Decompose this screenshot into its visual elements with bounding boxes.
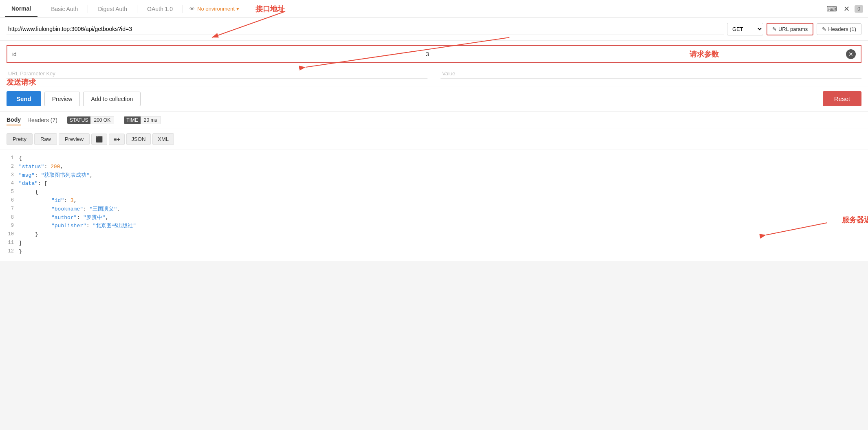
indent-button[interactable]: ≡+	[109, 134, 124, 145]
response-tabs: Body Headers (7) STATUS 200 OK TIME 20 m…	[0, 112, 868, 129]
tab-basic-auth[interactable]: Basic Auth	[44, 2, 84, 16]
tab-oauth[interactable]: OAuth 1.0	[141, 2, 179, 16]
code-line-8: 8 "author": "罗贯中",	[7, 214, 861, 222]
param-value: 3	[289, 51, 566, 57]
divider	[183, 5, 183, 13]
params-row: id 3 请求参数 ✕	[7, 45, 861, 63]
annotation-send-request: 发送请求	[7, 77, 36, 87]
code-line-4: 4 "data": [	[7, 180, 861, 188]
eye-icon: 👁	[189, 6, 195, 12]
divider	[137, 5, 137, 13]
counter-badge: 0	[855, 5, 863, 13]
settings-button[interactable]: ✕	[842, 3, 851, 15]
divider	[88, 5, 88, 13]
edit-icon-2: ✎	[822, 26, 826, 32]
top-bar: Normal Basic Auth Digest Auth OAuth 1.0 …	[0, 0, 868, 18]
params-area: id 3 请求参数 ✕ URL Parameter Key Value	[0, 41, 868, 86]
tab-body[interactable]: Body	[7, 115, 21, 125]
code-area: 1 { 2 "status": 200, 3 "msg": "获取图书列表成功"…	[0, 149, 868, 261]
preview-fmt-button[interactable]: Preview	[59, 133, 90, 145]
method-select[interactable]: GET POST PUT DELETE	[727, 23, 763, 35]
env-label: No environment	[197, 6, 235, 12]
divider	[41, 5, 41, 13]
close-param-button[interactable]: ✕	[846, 49, 856, 59]
param-key: id	[12, 51, 289, 57]
tab-normal[interactable]: Normal	[5, 1, 37, 17]
time-label: TIME	[124, 116, 141, 124]
send-button[interactable]: Send	[7, 91, 41, 106]
param-value-placeholder[interactable]: Value	[441, 69, 861, 79]
time-value: 20 ms	[141, 116, 161, 124]
params-empty-row: URL Parameter Key Value	[7, 66, 861, 81]
url-bar-area: GET POST PUT DELETE ✎ URL params ✎ Heade…	[0, 18, 868, 41]
copy-button[interactable]: ⬛	[91, 134, 107, 145]
url-input[interactable]	[7, 23, 724, 35]
tab-headers[interactable]: Headers (7)	[27, 115, 57, 125]
code-line-1: 1 {	[7, 154, 861, 163]
status-value: 200 OK	[90, 116, 114, 124]
top-bar-right: ⌨ ✕ 0	[825, 3, 863, 15]
param-key-placeholder[interactable]: URL Parameter Key	[7, 69, 427, 79]
code-line-3: 3 "msg": "获取图书列表成功",	[7, 171, 861, 180]
status-label: STATUS	[67, 116, 91, 124]
reset-button[interactable]: Reset	[823, 91, 861, 106]
url-params-button[interactable]: ✎ URL params	[767, 23, 813, 35]
code-line-5: 5 {	[7, 188, 861, 197]
add-to-collection-button[interactable]: Add to collection	[83, 92, 141, 106]
annotation-interface-address: 接口地址	[256, 4, 285, 14]
response-area: Body Headers (7) STATUS 200 OK TIME 20 m…	[0, 112, 868, 261]
raw-button[interactable]: Raw	[34, 133, 57, 145]
format-bar: Pretty Raw Preview ⬛ ≡+ JSON XML	[0, 129, 868, 149]
chevron-down-icon: ▾	[236, 6, 239, 12]
code-line-2: 2 "status": 200,	[7, 163, 861, 171]
headers-button[interactable]: ✎ Headers (1)	[817, 23, 861, 35]
xml-button[interactable]: XML	[152, 133, 174, 145]
code-line-9: 9 "publisher": "北京图书出版社"	[7, 222, 861, 230]
tab-digest-auth[interactable]: Digest Auth	[91, 2, 134, 16]
code-line-12: 12 }	[7, 248, 861, 256]
preview-button[interactable]: Preview	[44, 92, 80, 106]
status-badge: STATUS 200 OK	[67, 116, 114, 124]
annotation-request-params: 请求参数	[566, 49, 843, 59]
env-selector[interactable]: 👁 No environment ▾	[189, 6, 239, 12]
pretty-button[interactable]: Pretty	[7, 133, 33, 145]
edit-icon: ✎	[772, 26, 777, 32]
code-line-10: 10 }	[7, 230, 861, 239]
time-badge: TIME 20 ms	[124, 116, 161, 124]
code-line-7: 7 "bookname": "三国演义",	[7, 205, 861, 214]
keyboard-button[interactable]: ⌨	[825, 3, 839, 15]
send-row: 发送请求 Send Preview Add to collection Rese…	[0, 86, 868, 112]
code-line-6: 6 "id": 3,	[7, 197, 861, 205]
code-line-11: 11 ]	[7, 239, 861, 248]
json-button[interactable]: JSON	[126, 133, 151, 145]
